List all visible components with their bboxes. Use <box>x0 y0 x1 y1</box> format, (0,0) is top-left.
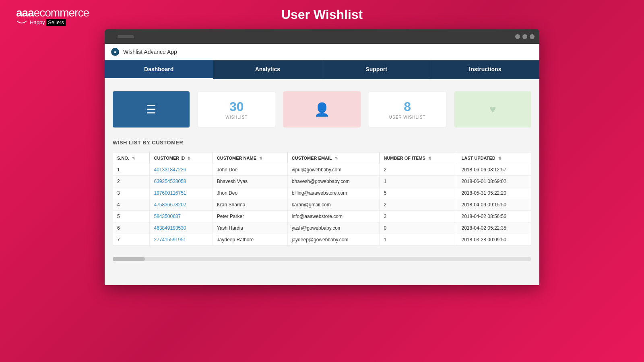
cell-num-items: 0 <box>380 222 457 234</box>
col-customer-email: CUSTOMER EMAIL ⇅ <box>287 152 380 164</box>
cell-last-updated: 2018-04-02 05:22:35 <box>457 222 531 234</box>
browser-tab <box>118 35 134 38</box>
logo-area: aaaecommerce Happy Sellers <box>16 7 89 25</box>
smile-icon <box>16 20 27 25</box>
cell-customer-email: info@aaawebstore.com <box>287 211 380 222</box>
cell-customer-id[interactable]: 475836678202 <box>150 199 213 211</box>
happy-sellers: Happy Sellers <box>30 19 66 25</box>
table-row: 7 277415591951 Jaydeep Rathore jaydeep@g… <box>113 234 531 246</box>
browser-dot-1 <box>515 34 520 39</box>
cell-customer-name: Jaydeep Rathore <box>213 234 287 246</box>
col-sno: S.NO. ⇅ <box>113 152 150 164</box>
logo-ecommerce: ecommerce <box>34 6 89 19</box>
scroll-thumb[interactable] <box>113 257 145 261</box>
sort-icon-cemail[interactable]: ⇅ <box>335 156 338 160</box>
app-icon: ● <box>111 48 119 56</box>
cell-customer-id[interactable]: 401331847226 <box>150 164 213 176</box>
cell-customer-id[interactable]: 5843500687 <box>150 211 213 222</box>
cell-num-items: 2 <box>380 199 457 211</box>
cell-customer-email: billing@aaawebstore.com <box>287 187 380 199</box>
sort-icon-nitems[interactable]: ⇅ <box>428 156 431 160</box>
cell-customer-name: John Doe <box>213 164 287 176</box>
stat-card-user-wishlist: 8 USER WISHLIST <box>369 91 446 128</box>
cell-num-items: 1 <box>380 234 457 246</box>
stat-card-heart: ♥ <box>454 91 531 128</box>
wishlist-count: 30 <box>229 99 244 114</box>
page-title: User Wishlist <box>281 7 363 22</box>
cell-sno: 5 <box>113 211 150 222</box>
cell-customer-id[interactable]: 463849193530 <box>150 222 213 234</box>
scroll-bar[interactable] <box>113 257 531 261</box>
col-customer-name: CUSTOMER NAME ⇅ <box>213 152 287 164</box>
cell-sno: 3 <box>113 187 150 199</box>
app-name: Wishlist Advance App <box>123 49 177 55</box>
browser-window: ● Wishlist Advance App Dashboard Analyti… <box>105 29 539 285</box>
person-icon: 👤 <box>314 102 330 117</box>
table-row: 3 197600116751 Jhon Deo billing@aaawebst… <box>113 187 531 199</box>
col-num-items: NUMBER OF ITEMS ⇅ <box>380 152 457 164</box>
cell-sno: 1 <box>113 164 150 176</box>
table-row: 4 475836678202 Kran Sharma karan@gmail.c… <box>113 199 531 211</box>
tab-instructions[interactable]: Instructions <box>431 60 539 79</box>
logo-text: aaaecommerce <box>16 7 89 19</box>
app-header: ● Wishlist Advance App <box>105 44 539 60</box>
cell-num-items: 3 <box>380 211 457 222</box>
col-customer-id: CUSTOMER ID ⇅ <box>150 152 213 164</box>
cell-last-updated: 2018-04-09 09:15:50 <box>457 199 531 211</box>
cell-customer-email: bhavesh@gowebbaby.com <box>287 176 380 187</box>
cell-last-updated: 2018-06-01 08:69:02 <box>457 176 531 187</box>
user-wishlist-count: 8 <box>404 99 411 114</box>
browser-dot-3 <box>530 34 535 39</box>
cell-sno: 6 <box>113 222 150 234</box>
table-row: 1 401331847226 John Doe vipul@gowebbaby.… <box>113 164 531 176</box>
cell-sno: 4 <box>113 199 150 211</box>
tab-dashboard[interactable]: Dashboard <box>105 60 213 79</box>
cell-customer-name: Peter Parker <box>213 211 287 222</box>
cell-last-updated: 2018-03-28 00:09:50 <box>457 234 531 246</box>
cell-last-updated: 2018-04-02 08:56:56 <box>457 211 531 222</box>
stat-card-person: 👤 <box>283 91 360 128</box>
table-title: WISH LIST BY CUSTOMER <box>113 140 531 146</box>
scroll-bar-container <box>105 254 539 264</box>
stat-card-list: ☰ <box>113 91 190 128</box>
cell-num-items: 5 <box>380 187 457 199</box>
tab-analytics[interactable]: Analytics <box>213 60 322 79</box>
data-table: S.NO. ⇅ CUSTOMER ID ⇅ CUSTOMER NAME ⇅ CU… <box>113 152 531 246</box>
tab-support[interactable]: Support <box>322 60 431 79</box>
cell-last-updated: 2018-05-31 05:22:20 <box>457 187 531 199</box>
cell-customer-id[interactable]: 197600116751 <box>150 187 213 199</box>
cell-customer-name: Yash Hardia <box>213 222 287 234</box>
stats-row: ☰ 30 WISHLIST 👤 8 USER WISHLIST ♥ <box>105 79 539 136</box>
table-header-row: S.NO. ⇅ CUSTOMER ID ⇅ CUSTOMER NAME ⇅ CU… <box>113 152 531 164</box>
sort-icon-cid[interactable]: ⇅ <box>188 156 191 160</box>
cell-num-items: 2 <box>380 164 457 176</box>
heart-icon: ♥ <box>489 103 496 116</box>
browser-chrome <box>105 29 539 44</box>
cell-customer-name: Bhavesh Vyas <box>213 176 287 187</box>
logo-aaa: aaa <box>16 6 34 19</box>
table-row: 2 639254528058 Bhavesh Vyas bhavesh@gowe… <box>113 176 531 187</box>
cell-customer-name: Kran Sharma <box>213 199 287 211</box>
sort-icon-updated[interactable]: ⇅ <box>498 156 502 160</box>
cell-customer-email: karan@gmail.com <box>287 199 380 211</box>
sort-icon-cname[interactable]: ⇅ <box>259 156 262 160</box>
cell-customer-id[interactable]: 277415591951 <box>150 234 213 246</box>
cell-last-updated: 2018-06-06 08:12:57 <box>457 164 531 176</box>
sort-icon-sno[interactable]: ⇅ <box>132 156 135 160</box>
browser-dot-2 <box>522 34 527 39</box>
cell-customer-id[interactable]: 639254528058 <box>150 176 213 187</box>
table-section: WISH LIST BY CUSTOMER S.NO. ⇅ CUSTOMER I… <box>105 136 539 254</box>
nav-tabs: Dashboard Analytics Support Instructions <box>105 60 539 79</box>
cell-customer-email: yash@gowebbaby.com <box>287 222 380 234</box>
cell-sno: 2 <box>113 176 150 187</box>
cell-customer-email: vipul@gowebbaby.com <box>287 164 380 176</box>
top-header: aaaecommerce Happy Sellers User Wishlist <box>0 0 644 29</box>
table-row: 6 463849193530 Yash Hardia yash@gowebbab… <box>113 222 531 234</box>
wishlist-label: WISHLIST <box>225 115 248 119</box>
table-row: 5 5843500687 Peter Parker info@aaawebsto… <box>113 211 531 222</box>
col-last-updated: LAST UPDATED ⇅ <box>457 152 531 164</box>
stat-card-wishlist: 30 WISHLIST <box>198 91 275 128</box>
cell-sno: 7 <box>113 234 150 246</box>
app-content: ● Wishlist Advance App Dashboard Analyti… <box>105 44 539 285</box>
cell-customer-email: jaydeep@gowebbaby.com <box>287 234 380 246</box>
